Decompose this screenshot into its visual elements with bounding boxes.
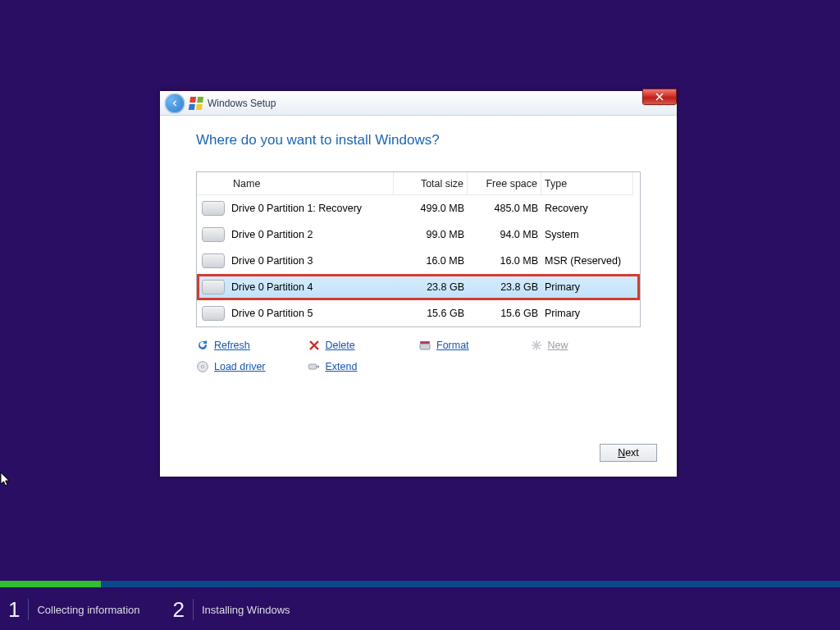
setup-progress [0, 581, 840, 587]
disk-icon [202, 253, 225, 268]
next-button[interactable]: Next [600, 444, 657, 462]
partition-name: Drive 0 Partition 1: Recovery [230, 203, 394, 214]
svg-rect-4 [308, 364, 316, 369]
disc-icon [196, 360, 209, 373]
new-action: New [530, 339, 641, 352]
partition-header: Name Total size Free space Type [197, 172, 640, 195]
back-button[interactable] [165, 94, 185, 113]
partition-free: 94.0 MB [468, 229, 541, 240]
partition-name: Drive 0 Partition 3 [230, 255, 394, 267]
step-2-num: 2 [172, 597, 184, 623]
mouse-cursor [0, 472, 13, 488]
step-2-label: Installing Windows [202, 604, 290, 616]
setup-dialog: Windows Setup Where do you want to insta… [160, 91, 677, 477]
delete-action[interactable]: Delete [308, 339, 419, 352]
partition-type: Primary [541, 281, 633, 293]
delete-icon [308, 339, 321, 352]
partition-total: 499.0 MB [394, 203, 468, 214]
partition-row[interactable]: Drive 0 Partition 515.6 GB15.6 GBPrimary [197, 300, 640, 326]
windows-logo-icon [189, 97, 203, 110]
partition-type: Primary [541, 308, 633, 319]
partition-free: 485.0 MB [468, 203, 541, 214]
step-1-num: 1 [8, 597, 20, 623]
col-type: Type [541, 172, 633, 195]
partition-total: 23.8 GB [394, 281, 468, 293]
col-total: Total size [394, 172, 468, 195]
load-driver-label: Load driver [214, 361, 266, 372]
svg-rect-1 [420, 341, 430, 344]
partition-type: System [541, 229, 633, 240]
dialog-content: Where do you want to install Windows? Na… [160, 116, 677, 373]
extend-action[interactable]: Extend [308, 360, 419, 373]
new-icon [530, 339, 543, 352]
svg-rect-0 [420, 344, 430, 349]
partition-row[interactable]: Drive 0 Partition 299.0 MB94.0 MBSystem [197, 221, 640, 248]
disk-icon [202, 280, 225, 294]
disk-icon [202, 306, 225, 321]
load-driver-action[interactable]: Load driver [196, 360, 308, 373]
format-action[interactable]: Format [418, 339, 530, 352]
step-1-label: Collecting information [37, 604, 139, 616]
partition-actions: Refresh Delete Format New Load driver Ex… [196, 339, 641, 373]
partition-free: 16.0 MB [468, 255, 541, 267]
extend-label: Extend [326, 361, 358, 372]
format-icon [418, 339, 431, 352]
format-label: Format [436, 340, 469, 351]
partition-total: 16.0 MB [394, 255, 468, 267]
setup-progress-fill [0, 581, 101, 587]
partition-name: Drive 0 Partition 5 [230, 308, 394, 319]
close-icon [655, 92, 664, 102]
refresh-label: Refresh [214, 340, 250, 351]
setup-steps: 1 Collecting information 2 Installing Wi… [0, 589, 840, 630]
col-free: Free space [468, 172, 541, 195]
next-accel: N [618, 447, 625, 459]
disk-icon [202, 201, 225, 216]
partition-free: 15.6 GB [468, 308, 541, 319]
close-button[interactable] [642, 89, 677, 105]
partition-type: MSR (Reserved) [541, 255, 633, 267]
col-name: Name [230, 172, 394, 195]
window-title: Windows Setup [208, 98, 276, 109]
disk-icon [202, 227, 225, 242]
step-2: 2 Installing Windows [172, 597, 290, 623]
new-label: New [548, 340, 568, 351]
page-heading: Where do you want to install Windows? [196, 132, 641, 148]
partition-row[interactable]: Drive 0 Partition 423.8 GB23.8 GBPrimary [197, 274, 640, 300]
partition-name: Drive 0 Partition 2 [230, 229, 394, 240]
arrow-left-icon [169, 98, 180, 109]
next-rest: ext [625, 447, 639, 459]
refresh-action[interactable]: Refresh [196, 339, 308, 352]
partition-type: Recovery [541, 203, 633, 214]
delete-label: Delete [326, 340, 355, 351]
partition-list: Name Total size Free space Type Drive 0 … [196, 171, 641, 327]
refresh-icon [196, 339, 209, 352]
svg-point-3 [201, 365, 203, 368]
step-1: 1 Collecting information [8, 597, 139, 623]
partition-row[interactable]: Drive 0 Partition 316.0 MB16.0 MBMSR (Re… [197, 248, 640, 274]
partition-name: Drive 0 Partition 4 [230, 281, 394, 293]
extend-icon [308, 360, 321, 373]
partition-row[interactable]: Drive 0 Partition 1: Recovery499.0 MB485… [197, 195, 640, 221]
partition-total: 15.6 GB [394, 308, 468, 319]
titlebar: Windows Setup [160, 91, 677, 116]
partition-free: 23.8 GB [468, 281, 541, 293]
partition-total: 99.0 MB [394, 229, 468, 240]
